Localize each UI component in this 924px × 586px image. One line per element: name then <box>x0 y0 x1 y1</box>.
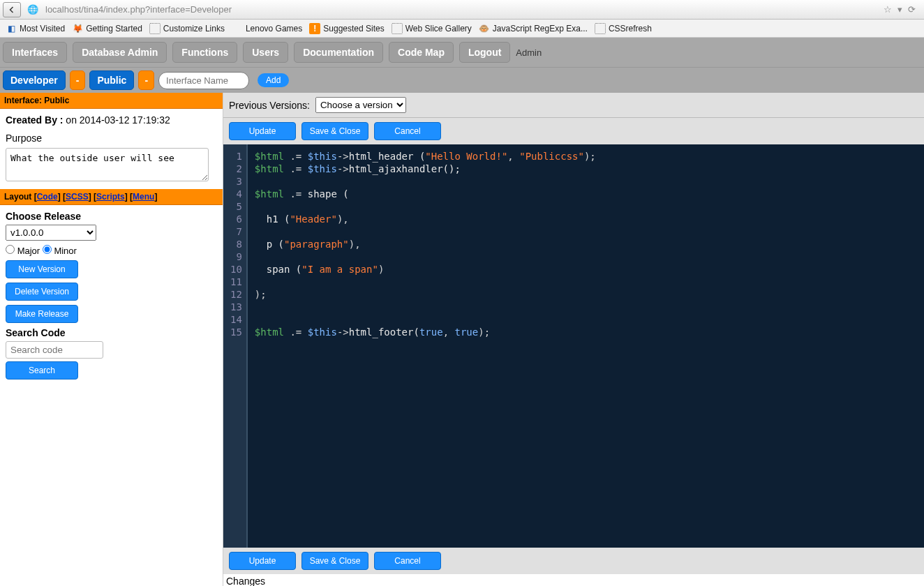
bookmark-label: Suggested Sites <box>323 24 384 33</box>
nav-functions[interactable]: Functions <box>172 42 237 63</box>
previous-versions-select[interactable]: Choose a version <box>315 97 406 113</box>
previous-versions-label: Previous Versions: <box>229 100 310 111</box>
nav-logout[interactable]: Logout <box>459 42 510 63</box>
bookmark-item-0[interactable]: ◧Most Visited <box>6 23 65 34</box>
public-remove-button[interactable]: - <box>138 70 154 90</box>
bookmark-item-5[interactable]: Web Slice Gallery <box>392 23 472 34</box>
major-text: Major <box>17 246 40 256</box>
developer-tab[interactable]: Developer <box>3 70 66 90</box>
nav-interfaces[interactable]: Interfaces <box>3 42 67 63</box>
bookmark-bar: ◧Most Visited🦊Getting StartedCustomize L… <box>0 20 924 38</box>
bookmark-label: JavaScript RegExp Exa... <box>493 24 588 33</box>
editor-actions-bottom: Update Save & Close Cancel <box>223 548 924 574</box>
bookmark-icon: ! <box>309 23 320 34</box>
nav-code-map[interactable]: Code Map <box>389 42 454 63</box>
bookmark-icon <box>149 23 161 34</box>
top-nav: InterfacesDatabase AdminFunctionsUsersDo… <box>0 38 924 68</box>
history-dropdown-icon[interactable]: ▾ <box>897 4 902 15</box>
bookmark-label: Lenovo Games <box>246 24 302 33</box>
bookmark-item-1[interactable]: 🦊Getting Started <box>72 23 142 34</box>
created-by-label: Created By : <box>6 114 63 126</box>
browser-address-bar: 🌐 ☆ ▾ ⟳ <box>0 0 924 20</box>
minor-radio-label[interactable]: Minor <box>43 246 77 256</box>
line-gutter: 123456789101112131415 <box>223 144 248 548</box>
layout-header: Layout [Code] [SCSS] [Scripts] [Menu] <box>0 189 223 205</box>
bookmark-icon: 🦊 <box>72 23 83 34</box>
bookmark-label: Most Visited <box>20 24 65 33</box>
bookmark-label: Customize Links <box>163 24 225 33</box>
bookmark-item-7[interactable]: CSSrefresh <box>595 23 652 34</box>
previous-versions-bar: Previous Versions: Choose a version <box>223 93 924 118</box>
purpose-textarea[interactable] <box>6 148 209 181</box>
changes-label: Changes <box>223 574 924 586</box>
bookmark-icon <box>392 23 403 34</box>
created-by-value: on 2014-03-12 17:19:32 <box>66 114 170 126</box>
new-version-button[interactable]: New Version <box>6 260 78 278</box>
bookmark-icon <box>232 23 243 34</box>
make-release-button[interactable]: Make Release <box>6 305 78 323</box>
sidebar: Interface: Public Created By : on 2014-0… <box>0 93 223 586</box>
save-close-button-bottom[interactable]: Save & Close <box>301 552 368 570</box>
created-by-line: Created By : on 2014-03-12 17:19:32 <box>6 114 217 126</box>
developer-remove-button[interactable]: - <box>70 70 86 90</box>
bookmark-label: CSSrefresh <box>609 24 652 33</box>
browser-right-icons: ☆ ▾ ⟳ <box>884 4 921 15</box>
version-select[interactable]: v1.0.0.0 <box>6 225 96 241</box>
delete-version-button[interactable]: Delete Version <box>6 283 78 301</box>
bookmark-icon <box>595 23 606 34</box>
admin-label: Admin <box>516 47 542 58</box>
bookmark-item-6[interactable]: 🐵JavaScript RegExp Exa... <box>479 23 588 34</box>
editor-area: Previous Versions: Choose a version Upda… <box>223 93 924 586</box>
public-tab[interactable]: Public <box>89 70 134 90</box>
editor-actions-top: Update Save & Close Cancel <box>223 118 924 144</box>
interface-header: Interface: Public <box>0 93 223 109</box>
globe-icon: 🌐 <box>27 3 39 16</box>
search-button[interactable]: Search <box>6 361 78 380</box>
layout-link-code[interactable]: Code <box>37 192 58 202</box>
bookmark-label: Getting Started <box>86 24 142 33</box>
bookmark-label: Web Slice Gallery <box>405 24 472 33</box>
nav-database-admin[interactable]: Database Admin <box>73 42 167 63</box>
choose-release-label: Choose Release <box>6 211 217 222</box>
bookmark-icon: ◧ <box>6 23 17 34</box>
add-interface-button[interactable]: Add <box>258 73 289 87</box>
main-content: Interface: Public Created By : on 2014-0… <box>0 93 924 586</box>
minor-radio[interactable] <box>43 245 52 254</box>
major-radio[interactable] <box>6 245 15 254</box>
code-lines[interactable]: $html .= $this->html_header ("Hello Worl… <box>248 144 603 548</box>
layout-link-menu[interactable]: Menu <box>133 192 154 202</box>
purpose-label: Purpose <box>6 133 217 144</box>
update-button-bottom[interactable]: Update <box>229 552 296 570</box>
nav-documentation[interactable]: Documentation <box>294 42 383 63</box>
bookmark-icon: 🐵 <box>479 23 490 34</box>
code-editor[interactable]: 123456789101112131415 $html .= $this->ht… <box>223 144 924 548</box>
bookmark-item-4[interactable]: !Suggested Sites <box>309 23 384 34</box>
layout-link-scss[interactable]: SCSS <box>66 192 89 202</box>
bookmark-item-2[interactable]: Customize Links <box>149 23 225 34</box>
cancel-button-top[interactable]: Cancel <box>374 122 441 140</box>
bookmark-star-icon[interactable]: ☆ <box>884 4 892 15</box>
bookmark-item-3[interactable]: Lenovo Games <box>232 23 302 34</box>
cancel-button-bottom[interactable]: Cancel <box>374 552 441 570</box>
minor-text: Minor <box>54 246 77 256</box>
interface-name-input[interactable] <box>158 72 249 89</box>
back-button[interactable] <box>3 2 21 17</box>
major-radio-label[interactable]: Major <box>6 246 40 256</box>
layout-label: Layout <box>4 192 31 202</box>
url-input[interactable] <box>43 2 881 17</box>
update-button-top[interactable]: Update <box>229 122 296 140</box>
interface-nav: Developer - Public - Add <box>0 68 924 93</box>
search-code-label: Search Code <box>6 327 217 338</box>
search-code-input[interactable] <box>6 341 103 359</box>
nav-users[interactable]: Users <box>243 42 288 63</box>
reload-icon[interactable]: ⟳ <box>908 4 916 15</box>
save-close-button-top[interactable]: Save & Close <box>301 122 368 140</box>
layout-link-scripts[interactable]: Scripts <box>96 192 125 202</box>
